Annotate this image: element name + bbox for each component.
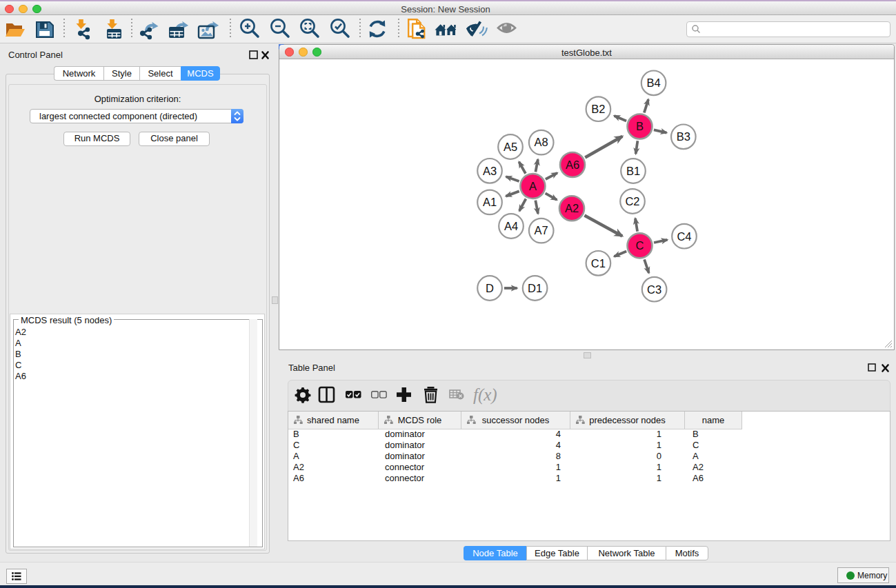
svg-text:C1: C1 [591,257,606,270]
svg-text:D: D [486,282,494,294]
svg-text:A1: A1 [483,196,497,208]
svg-text:B4: B4 [647,77,661,89]
svg-text:C3: C3 [647,283,661,296]
svg-text:f(x): f(x) [473,385,497,405]
svg-text:A: A [529,180,537,192]
svg-text:A2: A2 [565,202,579,214]
svg-text:A4: A4 [504,220,518,232]
svg-text:B: B [636,120,644,132]
svg-text:A3: A3 [483,165,497,177]
svg-text:A5: A5 [504,141,517,153]
svg-text:C2: C2 [625,195,639,207]
svg-text:A8: A8 [535,136,548,148]
svg-text:C4: C4 [677,230,691,243]
svg-text:B3: B3 [677,130,690,143]
svg-text:B2: B2 [591,103,605,115]
svg-text:A7: A7 [535,224,548,236]
svg-text:D1: D1 [528,282,542,294]
svg-text:A6: A6 [566,159,579,171]
svg-text:B1: B1 [626,165,640,177]
svg-text:C: C [636,239,644,252]
